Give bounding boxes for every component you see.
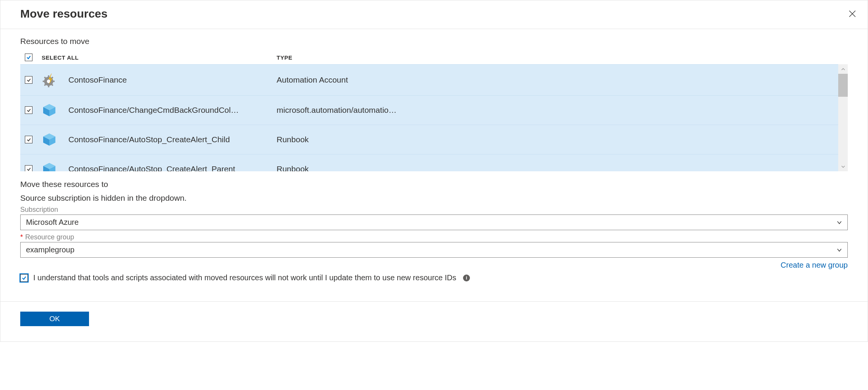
resource-type: Automation Account: [277, 75, 835, 84]
resource-group-value: examplegroup: [26, 245, 74, 254]
dialog-title: Move resources: [20, 7, 107, 20]
create-new-group-link[interactable]: Create a new group: [781, 261, 848, 269]
understand-text: I understand that tools and scripts asso…: [33, 273, 456, 282]
resource-name: ContosoFinance/AutoStop_CreateAlert_Pare…: [68, 164, 277, 171]
table-header-row: SELECT ALL TYPE: [20, 50, 848, 64]
select-all-checkbox[interactable]: [25, 54, 32, 61]
understand-checkbox[interactable]: [20, 274, 28, 282]
cube-icon: [42, 132, 57, 147]
resource-name: ContosoFinance: [68, 75, 277, 84]
resource-type: microsoft.automation/automatio…: [277, 106, 835, 115]
subscription-label: Subscription: [20, 206, 848, 214]
dialog-footer: OK: [0, 301, 868, 341]
resources-to-move-label: Resources to move: [0, 37, 868, 50]
scroll-up-icon[interactable]: [838, 64, 848, 74]
required-indicator: *: [20, 233, 23, 241]
scrollbar-thumb[interactable]: [838, 74, 848, 97]
close-icon[interactable]: [848, 9, 857, 18]
table-row[interactable]: ContosoFinance/ChangeCmdBackGroundCol…mi…: [20, 96, 838, 125]
dialog-header: Move resources: [0, 0, 868, 29]
info-icon[interactable]: i: [463, 275, 470, 281]
table-row[interactable]: ContosoFinance/AutoStop_CreateAlert_Chil…: [20, 125, 838, 154]
resource-name: ContosoFinance/AutoStop_CreateAlert_Chil…: [68, 135, 277, 144]
move-target-heading: Move these resources to: [20, 180, 848, 189]
resource-group-dropdown[interactable]: examplegroup: [20, 242, 848, 258]
table-row[interactable]: ContosoFinanceAutomation Account: [20, 64, 838, 96]
resource-type: Runbook: [277, 135, 835, 144]
resource-type: Runbook: [277, 164, 835, 171]
automation-account-icon: [42, 72, 58, 88]
cube-icon: [42, 102, 57, 118]
source-subscription-note: Source subscription is hidden in the dro…: [20, 193, 848, 203]
scroll-down-icon[interactable]: [838, 162, 848, 171]
type-header: TYPE: [277, 54, 292, 61]
row-checkbox[interactable]: [25, 76, 32, 84]
row-checkbox[interactable]: [25, 106, 32, 114]
svg-rect-3: [48, 85, 50, 88]
subscription-dropdown[interactable]: Microsoft Azure: [20, 214, 848, 230]
subscription-value: Microsoft Azure: [26, 218, 79, 227]
resources-table: SELECT ALL TYPE ContosoFinanceAutomation…: [20, 50, 848, 171]
chevron-down-icon: [837, 247, 842, 253]
resource-group-label: *Resource group: [20, 233, 848, 241]
row-checkbox[interactable]: [25, 165, 32, 171]
svg-rect-5: [52, 81, 55, 82]
svg-rect-2: [48, 75, 50, 78]
select-all-header: SELECT ALL: [42, 54, 277, 61]
chevron-down-icon: [837, 220, 842, 225]
svg-rect-4: [43, 81, 45, 82]
row-checkbox[interactable]: [25, 136, 32, 143]
ok-button[interactable]: OK: [20, 312, 89, 326]
cube-icon: [42, 161, 57, 171]
table-row[interactable]: ContosoFinance/AutoStop_CreateAlert_Pare…: [20, 154, 838, 171]
scrollbar[interactable]: [838, 64, 848, 171]
resources-scrollarea: ContosoFinanceAutomation AccountContosoF…: [20, 64, 848, 171]
resource-name: ContosoFinance/ChangeCmdBackGroundCol…: [68, 106, 277, 115]
